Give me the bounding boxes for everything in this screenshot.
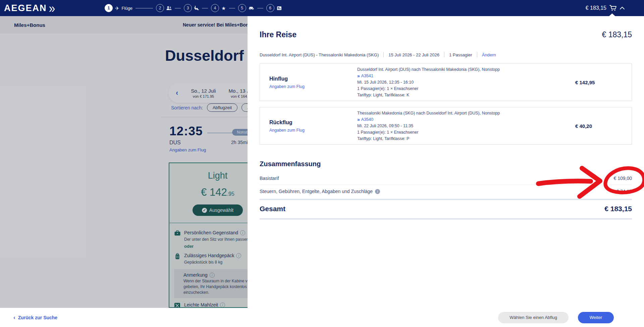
separator <box>383 52 384 57</box>
return-flight-number-row: » A3540 <box>357 116 568 123</box>
total-label: Gesamt <box>260 205 285 213</box>
top-navigation-bar: AEGEAN » 1 ✈ Flüge 2 3 <box>0 0 644 16</box>
step-4-circle: 4 <box>211 4 219 12</box>
return-price: € 40,20 <box>568 123 632 129</box>
booking-stepper: 1 ✈ Flüge 2 3 4 ★ <box>105 0 282 16</box>
aegean-logo[interactable]: AEGEAN » <box>4 2 55 14</box>
chevron-up-icon <box>620 7 625 9</box>
summary-row-label: Basistarif <box>260 176 279 181</box>
stepper-connector <box>229 8 235 8</box>
taxes-label-text: Steuern, Gebühren, Entgelte, Abgaben und… <box>260 189 373 194</box>
trip-dates: 15 Juli 2026 - 22 Juli 2026 <box>388 52 439 57</box>
return-fare: Tariftyp: Light, Tarifklasse: P <box>357 136 568 142</box>
cart-summary-toggle[interactable]: € 183,15 <box>586 0 625 16</box>
return-details-link[interactable]: Angaben zum Flug <box>269 128 357 133</box>
separator <box>477 52 477 57</box>
return-route: Thessaloniki Makedonia (SKG) nach Dussel… <box>357 110 568 116</box>
passengers-icon <box>166 6 172 10</box>
stepper-connector <box>202 8 208 8</box>
total-row: Gesamt € 183,15 <box>260 203 632 214</box>
total-value: € 183,15 <box>604 205 632 213</box>
continue-button[interactable]: Weiter <box>578 312 614 323</box>
summary-title: Zusammenfassung <box>260 160 632 168</box>
summary-row-value: € 74,15 <box>616 189 632 194</box>
chevron-left-icon: ‹ <box>13 314 15 321</box>
step-6-circle: 6 <box>266 4 274 12</box>
return-passengers: 1 Passagier(e): 1 × Erwachsener <box>357 129 568 136</box>
step-zahlung[interactable]: 6 <box>266 4 282 12</box>
outbound-flight-box: Hinflug Angaben zum Flug Dusseldorf Int.… <box>260 63 632 101</box>
step-3-circle: 3 <box>184 4 192 12</box>
cart-total: € 183,15 <box>586 5 606 11</box>
back-to-search-link[interactable]: ‹ Zurück zur Suche <box>13 314 57 321</box>
step-2-circle: 2 <box>156 4 164 12</box>
panel-pointer-caret <box>609 13 615 16</box>
step-1-label: Flüge <box>122 6 133 11</box>
logo-chevrons-icon: » <box>49 1 55 14</box>
payment-card-icon <box>277 6 282 10</box>
airline-chevron-icon: » <box>357 73 360 79</box>
panel-total: € 183,15 <box>602 30 632 39</box>
divider <box>260 199 632 200</box>
star-icon: ★ <box>221 6 226 11</box>
outbound-passengers: 1 Passagier(e): 1 × Erwachsener <box>357 86 568 92</box>
step-1-circle: 1 <box>105 4 113 12</box>
step-mietwagen[interactable]: 5 <box>238 4 254 12</box>
plane-icon: ✈ <box>115 6 119 11</box>
car-icon <box>249 6 254 10</box>
summary-row-value: € 109,00 <box>614 176 632 181</box>
step-fluege[interactable]: 1 ✈ Flüge <box>105 4 132 12</box>
seat-icon <box>194 6 199 10</box>
panel-title-row: Ihre Reise € 183,15 <box>260 30 632 39</box>
summary-row-taxes: Steuern, Gebühren, Entgelte, Abgaben und… <box>260 185 632 198</box>
stepper-connector <box>175 8 181 8</box>
step-5-circle: 5 <box>238 4 246 12</box>
step-passagiere[interactable]: 2 <box>156 4 172 12</box>
step-sitzplaetze[interactable]: 3 <box>184 4 199 12</box>
back-link-label: Zurück zur Suche <box>18 315 57 320</box>
separator <box>444 52 444 57</box>
summary-row-label: Steuern, Gebühren, Entgelte, Abgaben und… <box>260 189 380 194</box>
trip-route: Dusseldorf Int. Airport (DUS) - Thessalo… <box>260 52 379 57</box>
trip-passengers: 1 Passagier <box>449 52 472 57</box>
stepper-connector <box>257 8 263 8</box>
bottom-action-bar: ‹ Zurück zur Suche Wählen Sie einen Abfl… <box>0 308 644 327</box>
airline-chevron-icon: » <box>357 116 360 123</box>
outbound-label: Hinflug <box>269 76 357 82</box>
outbound-flight-number-row: » A3541 <box>357 73 568 79</box>
return-label: Rückflug <box>269 120 357 126</box>
divider <box>260 218 632 220</box>
outbound-fare: Tariftyp: Light, Tarifklasse: K <box>357 92 568 98</box>
change-trip-link[interactable]: Ändern <box>482 52 496 57</box>
summary-row-basistarif: Basistarif € 109,00 <box>260 172 632 185</box>
info-icon[interactable]: i <box>375 189 380 194</box>
return-datetime: Mi. 22 Juli 2026, 09:50 - 11:35 <box>357 123 568 129</box>
outbound-flight-number: A3541 <box>361 73 373 79</box>
trip-summary-panel: Ihre Reise € 183,15 Dusseldorf Int. Airp… <box>248 16 644 308</box>
modal-dim-overlay[interactable] <box>0 16 248 308</box>
outbound-route: Dusseldorf Int. Airport (DUS) nach Thess… <box>357 66 568 73</box>
aegean-logo-text: AEGEAN <box>4 3 47 13</box>
outbound-price: € 142,95 <box>568 80 632 85</box>
cart-icon <box>609 5 617 11</box>
panel-title: Ihre Reise <box>260 30 297 39</box>
outbound-datetime: Mi. 15 Juli 2026, 12:35 - 16:10 <box>357 79 568 86</box>
trip-meta-row: Dusseldorf Int. Airport (DUS) - Thessalo… <box>260 52 632 57</box>
step-extras[interactable]: 4 ★ <box>211 4 226 12</box>
choose-departure-button[interactable]: Wählen Sie einen Abflug <box>498 312 569 323</box>
return-flight-box: Rückflug Angaben zum Flug Thessaloniki M… <box>260 107 632 145</box>
return-flight-number: A3540 <box>361 116 373 123</box>
stepper-connector <box>136 8 153 8</box>
outbound-details-link[interactable]: Angaben zum Flug <box>269 84 357 89</box>
